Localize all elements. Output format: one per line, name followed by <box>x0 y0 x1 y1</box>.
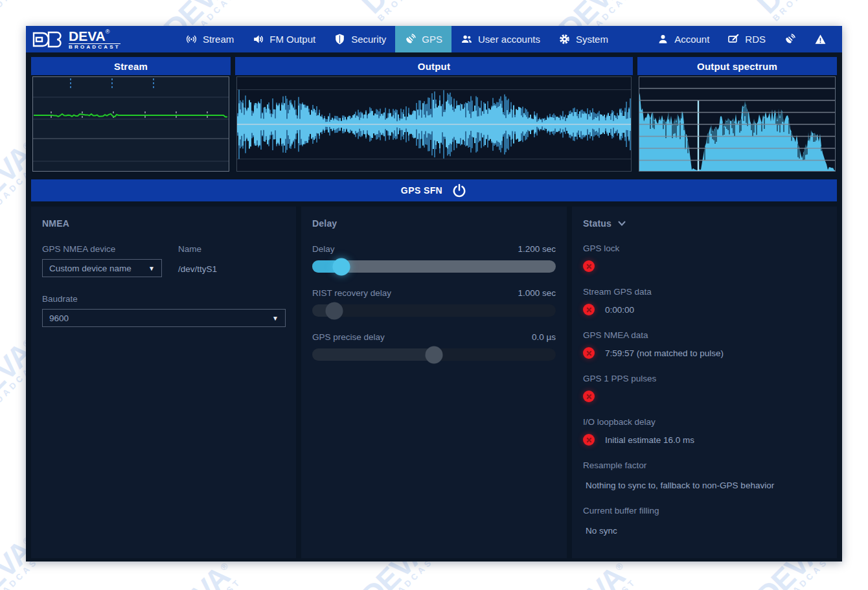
spectrum-meter-panel: Output spectrum <box>637 57 837 173</box>
delay-slider-group: Delay 1.200 sec <box>312 244 556 273</box>
nav-label: System <box>576 34 608 45</box>
delay-slider[interactable] <box>312 260 556 273</box>
error-x-icon <box>583 260 595 272</box>
nav-label: RDS <box>745 34 766 45</box>
nav-alarm-indicator[interactable] <box>805 26 836 52</box>
nav-item-rds[interactable]: RDS <box>718 26 775 52</box>
status-item-resample-factor: Resample factor Nothing to sync to, fall… <box>583 460 826 491</box>
shield-icon <box>334 33 346 45</box>
nav-item-account[interactable]: Account <box>648 26 718 52</box>
error-x-icon <box>583 304 595 315</box>
logo-subtext: BROADCAST <box>69 43 120 50</box>
logo-text: DEVA <box>69 28 106 43</box>
top-navbar: DEVA® BROADCAST Stream FM Output <box>26 26 842 52</box>
slider-fill <box>312 348 434 361</box>
speaker-icon <box>252 33 264 45</box>
gps-sfn-bar: GPS SFN <box>31 179 837 201</box>
gps-precise-delay-value: 0.0 µs <box>532 332 556 342</box>
name-label: Name <box>178 244 217 254</box>
nav-items: Stream FM Output Security <box>176 26 617 52</box>
gps-nmea-device-select[interactable]: Custom device name ▼ <box>42 259 162 277</box>
slider-thumb[interactable] <box>333 258 350 275</box>
output-meter-panel: Output <box>235 57 633 173</box>
rist-recovery-delay-slider[interactable] <box>312 304 556 317</box>
spectrum-meter-title: Output spectrum <box>637 57 837 75</box>
nav-label: Account <box>674 34 709 45</box>
slider-thumb[interactable] <box>426 346 443 363</box>
status-header[interactable]: Status <box>583 218 826 229</box>
error-x-icon <box>583 434 595 446</box>
nav-right: Account RDS <box>648 26 842 52</box>
baudrate-select[interactable]: 9600 ▼ <box>42 309 286 327</box>
stream-meter-panel: Stream <box>31 57 231 173</box>
nav-label: User accounts <box>478 34 540 45</box>
rist-recovery-delay-value: 1.000 sec <box>518 288 556 298</box>
output-spectrum-chart <box>637 75 837 173</box>
edit-icon <box>727 33 740 45</box>
delay-slider-label: Delay <box>312 244 335 254</box>
status-item-gps-lock: GPS lock <box>583 244 826 272</box>
output-meter-title: Output <box>235 57 633 75</box>
db-logo-mark <box>32 30 65 49</box>
gps-precise-delay-label: GPS precise delay <box>312 332 385 342</box>
status-item-gps-nmea-data: GPS NMEA data 7:59:57 (not matched to pu… <box>583 330 826 359</box>
nav-label: FM Output <box>269 34 315 45</box>
warning-icon <box>814 33 827 45</box>
content-row: NMEA GPS NMEA device Custom device name … <box>31 207 837 558</box>
rist-recovery-delay-slider-group: RIST recovery delay 1.000 sec <box>312 288 556 317</box>
nav-item-stream[interactable]: Stream <box>176 26 243 52</box>
nav-label: Security <box>351 34 386 45</box>
gps-sfn-label: GPS SFN <box>401 185 442 196</box>
stream-meter-title: Stream <box>31 57 231 75</box>
slider-thumb[interactable] <box>325 302 343 319</box>
nav-gps-status-icon[interactable] <box>775 26 805 52</box>
baudrate-value: 9600 <box>49 313 69 323</box>
delay-title: Delay <box>312 218 556 229</box>
chevron-down-icon: ▼ <box>148 265 155 272</box>
gps-precise-delay-slider[interactable] <box>312 348 556 361</box>
nav-item-fm-output[interactable]: FM Output <box>243 26 325 52</box>
status-item-io-loopback-delay: I/O loopback delay Initial estimate 16.0… <box>583 417 826 446</box>
status-title: Status <box>583 218 611 229</box>
status-item-gps-1pps-pulses: GPS 1 PPS pulses <box>583 374 826 402</box>
user-icon <box>657 33 669 45</box>
chevron-down-icon <box>617 219 626 228</box>
gps-nmea-device-label: GPS NMEA device <box>42 244 178 254</box>
error-x-icon <box>583 347 595 359</box>
nav-item-system[interactable]: System <box>549 26 617 52</box>
status-item-current-buffer-filling: Current buffer filling No sync <box>583 506 826 536</box>
power-icon[interactable] <box>451 183 467 198</box>
nmea-panel: NMEA GPS NMEA device Custom device name … <box>31 207 296 558</box>
nav-label: GPS <box>422 34 442 45</box>
device-name-value: /dev/ttyS1 <box>178 264 217 274</box>
gps-nmea-device-value: Custom device name <box>49 264 131 273</box>
delay-panel: Delay Delay 1.200 sec RIST recovery dela… <box>301 207 567 558</box>
nav-item-security[interactable]: Security <box>325 26 395 52</box>
gps-precise-delay-slider-group: GPS precise delay 0.0 µs <box>312 332 556 361</box>
users-icon <box>461 33 473 45</box>
baudrate-label: Baudrate <box>42 294 285 304</box>
deva-logo: DEVA® BROADCAST <box>26 26 120 52</box>
status-panel: Status GPS lock Stream GPS data <box>572 207 837 558</box>
satellite-dish-icon <box>784 33 796 45</box>
output-waveform-chart <box>235 75 633 173</box>
status-item-stream-gps-data: Stream GPS data 0:00:00 <box>583 287 826 315</box>
nav-item-user-accounts[interactable]: User accounts <box>451 26 549 52</box>
rist-recovery-delay-label: RIST recovery delay <box>312 288 391 298</box>
gear-icon <box>558 33 571 45</box>
delay-slider-value: 1.200 sec <box>518 244 556 254</box>
stream-waveform-chart <box>31 75 231 173</box>
satellite-dish-icon <box>404 33 417 45</box>
nav-label: Stream <box>203 34 234 45</box>
broadcast-icon <box>185 33 198 45</box>
meters-row: Stream Output Output spectrum <box>31 57 837 173</box>
chevron-down-icon: ▼ <box>272 315 279 322</box>
error-x-icon <box>583 391 595 402</box>
nav-item-gps[interactable]: GPS <box>395 26 451 52</box>
nmea-title: NMEA <box>42 218 285 229</box>
app-window: DEVA® BROADCAST Stream FM Output <box>26 26 842 562</box>
